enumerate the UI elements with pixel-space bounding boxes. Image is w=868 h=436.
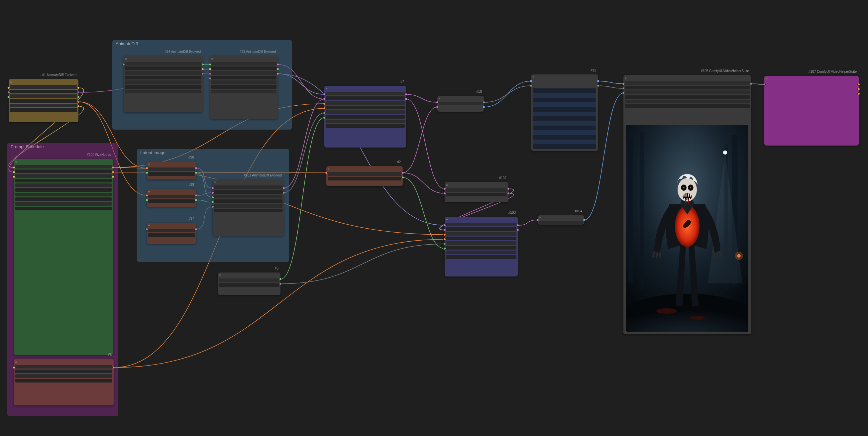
- collapse-icon[interactable]: ≡: [214, 181, 217, 184]
- port-left[interactable]: [443, 229, 446, 231]
- collapse-icon[interactable]: ≡: [148, 224, 152, 227]
- port-right[interactable]: [195, 194, 197, 197]
- port-right[interactable]: [202, 63, 204, 66]
- port-right[interactable]: [195, 172, 197, 174]
- node-field[interactable]: [625, 95, 750, 99]
- node-field[interactable]: [625, 86, 750, 89]
- collapse-icon[interactable]: ≡: [15, 160, 19, 163]
- port-right[interactable]: [77, 96, 80, 98]
- port-right[interactable]: [507, 187, 510, 190]
- node-field[interactable]: [15, 379, 112, 382]
- port-right[interactable]: [279, 278, 282, 280]
- node-field[interactable]: [148, 167, 195, 171]
- port-right[interactable]: [483, 106, 485, 108]
- node-field[interactable]: [625, 90, 750, 94]
- collapse-icon[interactable]: ≡: [766, 77, 769, 81]
- node-n103[interactable]: #103≡: [445, 217, 518, 277]
- port-left[interactable]: [211, 196, 214, 199]
- node-field[interactable]: [125, 90, 202, 93]
- port-right[interactable]: [195, 199, 197, 201]
- collapse-icon[interactable]: ≡: [328, 167, 331, 171]
- node-n2[interactable]: #2≡: [326, 166, 403, 186]
- node-field[interactable]: [326, 101, 405, 105]
- node-field[interactable]: [539, 221, 583, 225]
- port-left[interactable]: [209, 77, 211, 80]
- port-right[interactable]: [857, 83, 860, 86]
- port-left[interactable]: [443, 243, 446, 245]
- port-left[interactable]: [622, 87, 625, 90]
- node-n101[interactable]: #101 AnimateDiff Evolved≡: [213, 180, 284, 236]
- node-field[interactable]: [211, 90, 277, 93]
- node-field[interactable]: [214, 209, 282, 212]
- node-field[interactable]: [326, 120, 405, 123]
- port-left[interactable]: [325, 172, 328, 174]
- port-left[interactable]: [211, 206, 214, 208]
- node-field[interactable]: [148, 195, 195, 198]
- node-field[interactable]: [214, 204, 282, 208]
- port-left[interactable]: [323, 107, 326, 110]
- collapse-icon[interactable]: ≡: [219, 274, 223, 277]
- port-left[interactable]: [12, 166, 15, 169]
- node-field[interactable]: [125, 62, 202, 65]
- port-right[interactable]: [282, 187, 285, 189]
- port-right[interactable]: [202, 72, 204, 75]
- port-left[interactable]: [146, 167, 148, 169]
- node-field[interactable]: [211, 85, 277, 89]
- node-field[interactable]: [10, 104, 77, 107]
- node-n104[interactable]: #104≡: [538, 215, 584, 225]
- node-field[interactable]: [10, 99, 77, 103]
- port-left[interactable]: [7, 96, 10, 98]
- port-left[interactable]: [443, 192, 446, 195]
- node-field[interactable]: [446, 241, 517, 245]
- port-left[interactable]: [146, 199, 148, 201]
- node-field[interactable]: [15, 169, 112, 173]
- port-left[interactable]: [530, 85, 532, 87]
- port-left[interactable]: [7, 91, 10, 94]
- port-right[interactable]: [77, 91, 80, 94]
- port-right[interactable]: [405, 93, 407, 96]
- collapse-icon[interactable]: ≡: [10, 81, 13, 84]
- port-right[interactable]: [517, 224, 519, 227]
- node-field[interactable]: [15, 183, 112, 187]
- node-n94[interactable]: #94 AnimateDiff Evolved≡: [124, 56, 203, 112]
- port-left[interactable]: [209, 72, 211, 75]
- node-field[interactable]: [446, 237, 517, 240]
- node-field[interactable]: [125, 71, 202, 75]
- port-right[interactable]: [750, 83, 752, 85]
- port-right[interactable]: [277, 68, 279, 70]
- node-n6[interactable]: #6≡: [14, 359, 114, 405]
- node-n7[interactable]: #7≡: [324, 86, 406, 148]
- port-right[interactable]: [405, 98, 407, 100]
- port-right[interactable]: [583, 219, 586, 221]
- port-right[interactable]: [401, 172, 404, 174]
- node-field[interactable]: [446, 193, 507, 196]
- port-left[interactable]: [536, 219, 539, 221]
- node-field[interactable]: [214, 199, 282, 203]
- node-field[interactable]: [15, 370, 112, 373]
- port-left[interactable]: [436, 101, 439, 104]
- port-right[interactable]: [195, 167, 197, 169]
- node-n5[interactable]: #5≡: [218, 273, 280, 295]
- collapse-icon[interactable]: ≡: [446, 218, 449, 221]
- node-n105[interactable]: #105 ComfyUI-VideoHelperSuite≡: [623, 75, 751, 334]
- port-left[interactable]: [146, 194, 148, 197]
- node-n93[interactable]: #93 AnimateDiff Evolved≡: [210, 56, 278, 119]
- node-field[interactable]: [446, 232, 517, 236]
- port-left[interactable]: [443, 187, 446, 190]
- node-field[interactable]: [148, 229, 195, 232]
- node-field[interactable]: [148, 172, 195, 176]
- port-right[interactable]: [483, 101, 485, 104]
- node-field[interactable]: [625, 100, 750, 103]
- port-right[interactable]: [195, 228, 197, 230]
- node-field[interactable]: [125, 85, 202, 89]
- collapse-icon[interactable]: ≡: [15, 360, 19, 364]
- port-right[interactable]: [517, 229, 519, 231]
- node-field[interactable]: [15, 202, 112, 206]
- node-field[interactable]: [10, 85, 77, 89]
- collapse-icon[interactable]: ≡: [326, 87, 329, 90]
- node-field[interactable]: [15, 165, 112, 168]
- node-field[interactable]: [10, 94, 77, 98]
- port-left[interactable]: [323, 98, 326, 100]
- port-right[interactable]: [277, 63, 279, 66]
- collapse-icon[interactable]: ≡: [148, 190, 152, 193]
